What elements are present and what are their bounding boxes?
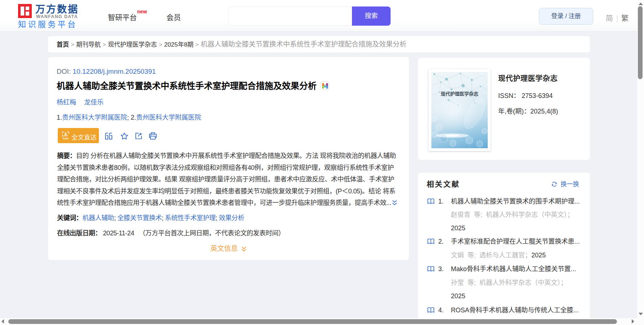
svg-text:free: free: [63, 137, 69, 140]
